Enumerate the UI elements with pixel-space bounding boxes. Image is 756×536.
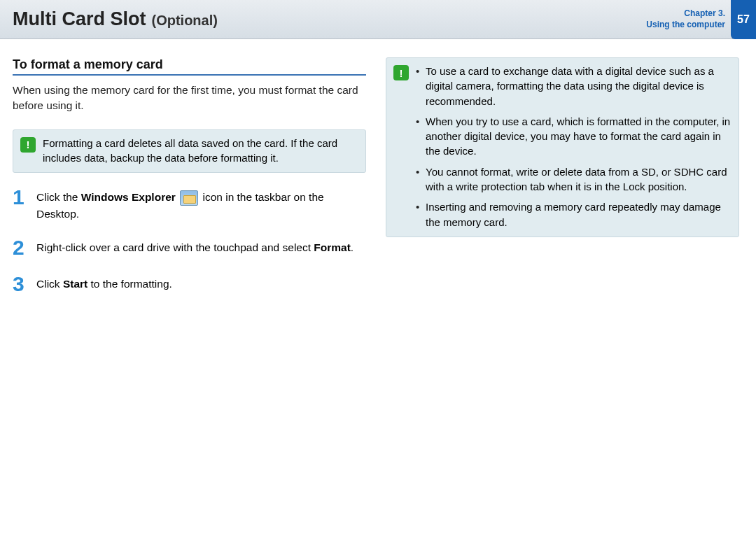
chapter-line1: Chapter 3. [646, 8, 725, 20]
list-item: To use a card to exchange data with a di… [416, 64, 732, 108]
page-title: Multi Card Slot (Optional) [13, 8, 218, 30]
list-item: You cannot format, write or delete data … [416, 164, 732, 195]
section-title: To format a memory card [13, 57, 366, 76]
step-number: 2 [13, 237, 28, 258]
step-number: 1 [13, 187, 28, 208]
right-column: ! To use a card to exchange data with a … [386, 57, 739, 310]
intro-text: When using the memory card for the first… [13, 83, 366, 114]
alert-icon: ! [393, 65, 409, 80]
list-item: When you try to use a card, which is for… [416, 114, 732, 159]
step-item: 1 Click the Windows Explorer icon in the… [13, 187, 366, 222]
page-number-badge: 57 [731, 0, 756, 39]
alert-icon: ! [20, 137, 36, 153]
step-body: Right-click over a card drive with the t… [36, 237, 354, 255]
content-area: To format a memory card When using the m… [0, 39, 756, 310]
step-body: Click the Windows Explorer icon in the t… [36, 187, 366, 222]
warning-box: ! Formatting a card deletes all data sav… [13, 129, 366, 173]
info-list-container: To use a card to exchange data with a di… [416, 64, 732, 230]
left-column: To format a memory card When using the m… [13, 57, 366, 310]
step-item: 2 Right-click over a card drive with the… [13, 237, 366, 258]
info-list: To use a card to exchange data with a di… [416, 64, 732, 230]
step-item: 3 Click Start to the formatting. [13, 274, 366, 295]
title-optional: (Optional) [152, 13, 218, 29]
list-item: Inserting and removing a memory card rep… [416, 199, 732, 230]
step-body: Click Start to the formatting. [36, 274, 172, 292]
title-main: Multi Card Slot [13, 8, 146, 30]
page-header: Multi Card Slot (Optional) Chapter 3. Us… [0, 0, 756, 39]
steps-list: 1 Click the Windows Explorer icon in the… [13, 187, 366, 295]
header-right: Chapter 3. Using the computer 57 [646, 0, 756, 38]
warning-text: Formatting a card deletes all data saved… [43, 136, 358, 165]
chapter-line2: Using the computer [646, 20, 725, 31]
step-number: 3 [13, 274, 28, 295]
info-box: ! To use a card to exchange data with a … [386, 57, 739, 237]
chapter-info: Chapter 3. Using the computer [646, 8, 731, 30]
windows-explorer-icon [180, 190, 198, 206]
